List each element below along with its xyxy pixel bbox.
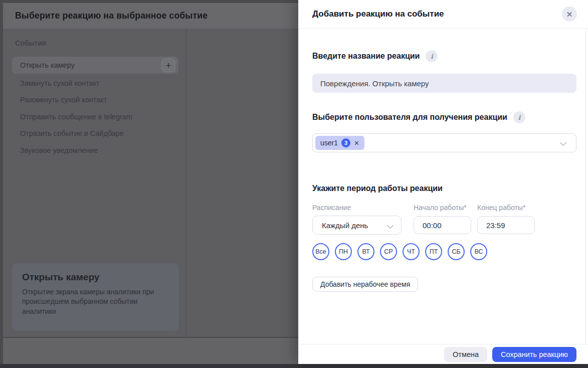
- user-select-heading: Выберите пользователя для получения реак…: [312, 111, 576, 123]
- event-card-description: Открытие экрана камеры аналитики при про…: [22, 287, 172, 316]
- window-bottom-edge: [0, 364, 588, 368]
- user-count-badge: 3: [341, 138, 350, 147]
- period-controls-row: Каждый день: [312, 216, 576, 235]
- info-icon[interactable]: i: [426, 50, 438, 62]
- end-time-input[interactable]: [477, 216, 535, 234]
- user-select-heading-text: Выберите пользователя для получения реак…: [312, 113, 507, 122]
- period-heading: Укажите период работы реакции: [312, 184, 576, 193]
- period-heading-text: Укажите период работы реакции: [312, 184, 443, 193]
- add-downtime-button[interactable]: Добавить нерабочее время: [312, 277, 418, 292]
- modal-body: Введите название реакции i Выберите поль…: [298, 50, 588, 292]
- day-toggle-fri[interactable]: ПТ: [425, 243, 442, 260]
- scrollbar-track[interactable]: [585, 29, 586, 344]
- weekday-toggle-row: Все ПН ВТ СР ЧТ ПТ СБ ВС: [312, 243, 576, 260]
- user-chip-label: user1: [320, 139, 338, 147]
- day-toggle-thu[interactable]: ЧТ: [403, 243, 420, 260]
- chevron-down-icon: [388, 223, 393, 228]
- schedule-select-value: Каждый день: [322, 221, 368, 230]
- reaction-name-input[interactable]: [312, 74, 576, 93]
- chip-remove-icon[interactable]: ✕: [354, 140, 359, 146]
- start-time-input[interactable]: [414, 216, 471, 234]
- day-toggle-sun[interactable]: ВС: [470, 243, 487, 260]
- day-toggle-tue[interactable]: ВТ: [357, 243, 374, 260]
- save-reaction-button[interactable]: Сохранить реакцию: [492, 347, 576, 362]
- background-dialog-footer: [3, 337, 298, 364]
- reaction-name-heading: Введите название реакции i: [312, 50, 576, 62]
- event-item[interactable]: Отразить событие в Сайдбаре: [12, 125, 178, 142]
- event-item[interactable]: Звуковое уведомление: [12, 142, 178, 159]
- user-multiselect[interactable]: user1 3 ✕: [312, 133, 576, 152]
- modal-title: Добавить реакцию на событие: [312, 9, 444, 19]
- add-event-reaction-button[interactable]: +: [161, 58, 175, 72]
- schedule-label: Расписание: [312, 204, 414, 212]
- background-dialog-header: Выберите реакцию на выбранное событие: [3, 3, 298, 29]
- event-description-card: Открыть камеру Открытие экрана камеры ан…: [12, 263, 179, 331]
- day-toggle-all[interactable]: Все: [312, 243, 329, 260]
- period-field-labels: Расписание Начало работы* Конец работы*: [312, 204, 576, 212]
- add-reaction-modal: Добавить реакцию на событие ✕ Введите на…: [298, 0, 588, 364]
- day-toggle-sat[interactable]: СБ: [448, 243, 465, 260]
- day-toggle-wed[interactable]: СР: [380, 243, 397, 260]
- cancel-button[interactable]: Отмена: [444, 347, 487, 362]
- end-time-label: Конец работы*: [477, 204, 525, 212]
- events-list: Замкнуть сухой контакт Разомкнуть сухой …: [12, 75, 178, 159]
- background-dialog-title: Выберите реакцию на выбранное событие: [15, 11, 208, 21]
- event-item-selected[interactable]: Открыть камеру +: [12, 57, 178, 74]
- background-dialog-body: События Открыть камеру + Замкнуть сухой …: [3, 29, 298, 337]
- schedule-select[interactable]: Каждый день: [312, 216, 402, 235]
- reaction-name-heading-text: Введите название реакции: [312, 52, 420, 61]
- chevron-down-icon: [561, 140, 566, 145]
- modal-header: Добавить реакцию на событие ✕: [298, 0, 588, 29]
- event-card-title: Открыть камеру: [22, 272, 169, 283]
- event-item[interactable]: Замкнуть сухой контакт: [12, 75, 178, 92]
- start-time-label: Начало работы*: [414, 204, 477, 212]
- vertical-divider: [186, 29, 186, 337]
- day-toggle-mon[interactable]: ПН: [335, 243, 352, 260]
- event-item[interactable]: Отправить сообщение в telegram: [12, 108, 178, 125]
- modal-footer: Отмена Сохранить реакцию: [298, 344, 588, 364]
- event-item-label: Открыть камеру: [20, 61, 75, 69]
- close-icon[interactable]: ✕: [562, 7, 577, 22]
- event-item[interactable]: Разомкнуть сухой контакт: [12, 92, 178, 109]
- events-section-label: События: [15, 39, 46, 47]
- info-icon[interactable]: i: [513, 111, 525, 123]
- user-chip: user1 3 ✕: [315, 136, 364, 150]
